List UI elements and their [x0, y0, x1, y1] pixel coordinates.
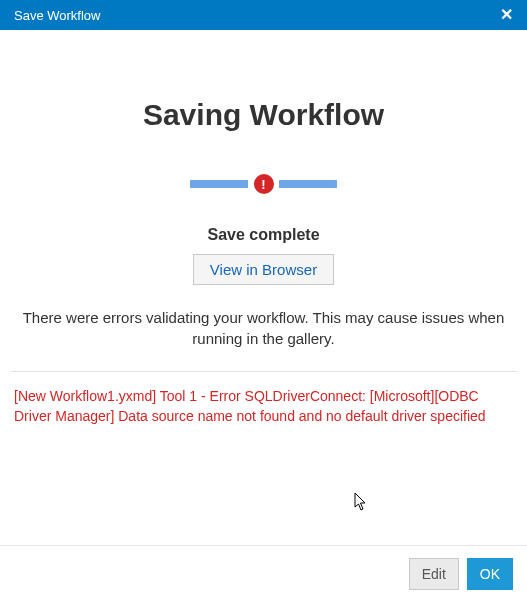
- progress-bar: !: [10, 180, 517, 188]
- close-icon[interactable]: ✕: [496, 7, 517, 23]
- page-title: Saving Workflow: [10, 98, 517, 132]
- error-badge-icon: !: [254, 174, 274, 194]
- dialog-content: Saving Workflow ! Save complete View in …: [0, 98, 527, 427]
- divider: [10, 371, 517, 372]
- error-message: [New Workflow1.yxmd] Tool 1 - Error SQLD…: [14, 386, 513, 427]
- validation-warning: There were errors validating your workfl…: [14, 307, 513, 349]
- progress-segment: [279, 180, 337, 188]
- edit-button[interactable]: Edit: [409, 558, 459, 590]
- progress-segment: [190, 180, 248, 188]
- titlebar-title: Save Workflow: [14, 8, 100, 23]
- cursor-icon: [354, 492, 368, 512]
- dialog-footer: Edit OK: [0, 545, 527, 602]
- ok-button[interactable]: OK: [467, 558, 513, 590]
- view-in-browser-button[interactable]: View in Browser: [193, 254, 334, 285]
- titlebar: Save Workflow ✕: [0, 0, 527, 30]
- status-text: Save complete: [10, 226, 517, 244]
